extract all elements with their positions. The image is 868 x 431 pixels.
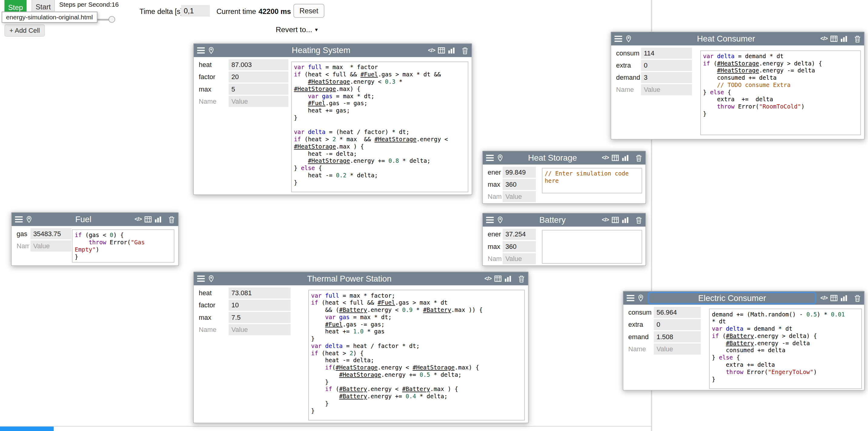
table-view-icon[interactable] xyxy=(145,216,152,223)
var-name-cell[interactable]: consum xyxy=(613,48,640,59)
var-value-cell[interactable]: Value xyxy=(31,240,71,252)
code-editor[interactable]: var full = max * factor;if (heat < full … xyxy=(308,290,525,421)
var-name-cell[interactable]: extra xyxy=(625,319,653,331)
var-value-cell[interactable]: Value xyxy=(229,324,291,335)
var-value-cell[interactable]: 7.5 xyxy=(229,312,291,323)
var-value-cell[interactable]: 360 xyxy=(503,241,536,252)
chart-view-icon[interactable] xyxy=(504,275,512,282)
var-value-cell[interactable]: 3 xyxy=(641,72,692,83)
table-view-icon[interactable] xyxy=(438,47,445,54)
var-name-cell[interactable]: factor xyxy=(196,71,227,83)
cell-title[interactable]: Heat Storage xyxy=(506,151,598,165)
var-value-cell[interactable]: 20 xyxy=(229,71,288,83)
menu-icon[interactable] xyxy=(197,275,205,282)
var-value-cell[interactable]: 87.003 xyxy=(229,59,288,70)
var-name-cell[interactable]: emand xyxy=(625,331,653,343)
var-value-cell[interactable]: Value xyxy=(503,191,536,202)
cell-header[interactable]: Thermal Power Station </> xyxy=(194,272,528,285)
trash-icon[interactable] xyxy=(518,275,525,283)
var-value-cell[interactable]: 99.849 xyxy=(503,167,536,178)
code-view-icon[interactable]: </> xyxy=(428,48,435,53)
table-view-icon[interactable] xyxy=(494,275,501,282)
cell-header[interactable]: Battery </> xyxy=(483,213,645,227)
code-view-icon[interactable]: </> xyxy=(820,295,828,301)
var-value-cell[interactable]: 37.254 xyxy=(503,229,536,240)
var-value-cell[interactable]: Value xyxy=(503,253,536,264)
trash-icon[interactable] xyxy=(636,154,642,162)
var-name-cell[interactable]: max xyxy=(196,312,227,323)
slider-thumb[interactable] xyxy=(108,16,115,23)
chart-view-icon[interactable] xyxy=(840,35,848,42)
chart-view-icon[interactable] xyxy=(154,216,162,223)
trash-icon[interactable] xyxy=(462,47,468,54)
code-editor[interactable]: var full = max * factorif (heat < full &… xyxy=(291,61,468,192)
var-value-cell[interactable]: 5 xyxy=(229,84,288,95)
chart-view-icon[interactable] xyxy=(448,47,455,54)
code-editor[interactable]: var delta = demand * dtif (#HeatStorage.… xyxy=(700,50,861,135)
table-view-icon[interactable] xyxy=(612,154,619,161)
location-pin-icon[interactable] xyxy=(497,216,503,224)
location-pin-icon[interactable] xyxy=(497,154,503,162)
cell-title[interactable]: Fuel xyxy=(35,213,131,226)
location-pin-icon[interactable] xyxy=(625,35,631,43)
menu-icon[interactable] xyxy=(486,154,494,161)
var-name-cell[interactable]: gas xyxy=(14,228,29,239)
cell-title[interactable]: Thermal Power Station xyxy=(217,272,481,285)
var-value-cell[interactable]: 1.508 xyxy=(654,331,701,343)
table-view-icon[interactable] xyxy=(831,35,838,42)
var-value-cell[interactable]: Value xyxy=(641,84,692,95)
menu-icon[interactable] xyxy=(15,216,23,223)
var-value-cell[interactable]: 360 xyxy=(503,179,536,190)
var-value-cell[interactable]: 56.964 xyxy=(654,307,701,318)
cell-header[interactable]: Heat Storage </> xyxy=(483,151,645,165)
var-value-cell[interactable]: 0 xyxy=(654,319,701,331)
chart-view-icon[interactable] xyxy=(840,295,848,301)
location-pin-icon[interactable] xyxy=(208,47,214,55)
code-view-icon[interactable]: </> xyxy=(820,36,828,41)
revert-dropdown[interactable]: Revert to... ▾ xyxy=(276,25,318,34)
var-value-cell[interactable]: 10 xyxy=(229,300,291,311)
var-value-cell[interactable]: 0 xyxy=(641,60,692,71)
var-value-cell[interactable]: 73.081 xyxy=(229,288,291,299)
code-editor[interactable]: if (gas < 0) { throw Error("Gas Empty")} xyxy=(72,229,175,263)
cell-title[interactable]: Heating System xyxy=(217,44,425,57)
menu-icon[interactable] xyxy=(486,217,494,223)
var-name-cell[interactable]: heat xyxy=(196,59,227,70)
var-name-cell[interactable]: Name xyxy=(625,343,653,355)
var-name-cell[interactable]: max xyxy=(196,84,227,95)
var-name-cell[interactable]: Nam xyxy=(485,253,501,264)
menu-icon[interactable] xyxy=(615,35,622,42)
location-pin-icon[interactable] xyxy=(26,216,32,223)
var-name-cell[interactable]: Nam xyxy=(485,191,501,202)
cell-header[interactable]: Electric Consumer </> xyxy=(623,291,864,305)
var-name-cell[interactable]: Name xyxy=(196,96,227,107)
var-name-cell[interactable]: Name xyxy=(196,324,227,335)
var-name-cell[interactable]: ener xyxy=(485,229,501,240)
time-delta-input[interactable] xyxy=(181,5,210,17)
cell-title[interactable]: Heat Consumer xyxy=(635,32,817,46)
var-name-cell[interactable]: consum xyxy=(625,307,653,318)
cell-title-editing[interactable]: Electric Consumer xyxy=(648,292,816,304)
table-view-icon[interactable] xyxy=(612,217,619,223)
chart-view-icon[interactable] xyxy=(622,154,629,161)
code-view-icon[interactable]: </> xyxy=(134,217,142,222)
code-view-icon[interactable]: </> xyxy=(484,276,492,281)
cell-title[interactable]: Battery xyxy=(506,213,598,227)
chart-view-icon[interactable] xyxy=(622,217,629,223)
cell-header[interactable]: Heat Consumer </> xyxy=(611,32,864,46)
code-view-icon[interactable]: </> xyxy=(602,217,609,223)
location-pin-icon[interactable] xyxy=(208,275,214,283)
code-editor[interactable]: // Enter simulation code here xyxy=(542,168,642,193)
trash-icon[interactable] xyxy=(854,35,861,42)
var-name-cell[interactable]: extra xyxy=(613,60,640,71)
reset-button[interactable]: Reset xyxy=(293,4,324,18)
var-name-cell[interactable]: Name xyxy=(613,84,640,95)
var-value-cell[interactable]: Value xyxy=(654,343,701,355)
var-name-cell[interactable]: Nam xyxy=(14,240,29,252)
var-value-cell[interactable]: 35483.75 xyxy=(31,228,71,239)
clipped-blue-element[interactable] xyxy=(0,427,54,431)
location-pin-icon[interactable] xyxy=(638,294,644,302)
menu-icon[interactable] xyxy=(627,295,634,301)
code-editor[interactable] xyxy=(542,230,642,264)
code-view-icon[interactable]: </> xyxy=(602,155,609,161)
